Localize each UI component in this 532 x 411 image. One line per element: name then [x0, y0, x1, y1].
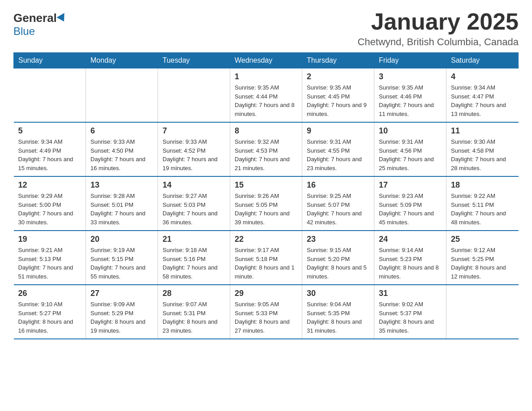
- day-info: Sunrise: 9:34 AM Sunset: 4:49 PM Dayligh…: [18, 137, 82, 172]
- calendar-day-cell: 4Sunrise: 9:34 AM Sunset: 4:47 PM Daylig…: [446, 68, 519, 123]
- day-info: Sunrise: 9:33 AM Sunset: 4:52 PM Dayligh…: [163, 137, 225, 172]
- calendar-day-cell: 25Sunrise: 9:12 AM Sunset: 5:25 PM Dayli…: [446, 231, 519, 285]
- calendar-day-cell: 9Sunrise: 9:31 AM Sunset: 4:55 PM Daylig…: [302, 122, 374, 176]
- calendar-week-row: 1Sunrise: 9:35 AM Sunset: 4:44 PM Daylig…: [14, 68, 519, 123]
- day-number: 2: [307, 72, 369, 81]
- day-of-week-header: Monday: [86, 53, 158, 68]
- day-of-week-header: Thursday: [302, 53, 374, 68]
- calendar-table: SundayMondayTuesdayWednesdayThursdayFrid…: [13, 52, 519, 339]
- page-header: General Blue January 2025 Chetwynd, Brit…: [13, 9, 519, 48]
- day-number: 3: [379, 72, 442, 81]
- day-number: 28: [163, 289, 225, 298]
- day-info: Sunrise: 9:02 AM Sunset: 5:37 PM Dayligh…: [379, 300, 442, 335]
- day-number: 26: [18, 289, 82, 298]
- calendar-day-cell: 17Sunrise: 9:23 AM Sunset: 5:09 PM Dayli…: [374, 176, 446, 231]
- day-number: 6: [90, 126, 153, 136]
- calendar-day-cell: 1Sunrise: 9:35 AM Sunset: 4:44 PM Daylig…: [230, 68, 302, 123]
- day-info: Sunrise: 9:07 AM Sunset: 5:31 PM Dayligh…: [163, 300, 225, 335]
- day-number: 16: [307, 180, 369, 190]
- day-number: 13: [90, 180, 153, 190]
- day-number: 29: [235, 289, 297, 298]
- day-number: 21: [163, 235, 225, 244]
- calendar-day-cell: 20Sunrise: 9:19 AM Sunset: 5:15 PM Dayli…: [86, 231, 158, 285]
- calendar-day-cell: 10Sunrise: 9:31 AM Sunset: 4:56 PM Dayli…: [374, 122, 446, 176]
- logo-general-text: General: [13, 11, 57, 25]
- calendar-day-cell: 27Sunrise: 9:09 AM Sunset: 5:29 PM Dayli…: [86, 285, 158, 339]
- day-of-week-header: Wednesday: [230, 53, 302, 68]
- calendar-day-cell: 5Sunrise: 9:34 AM Sunset: 4:49 PM Daylig…: [14, 122, 86, 176]
- day-info: Sunrise: 9:19 AM Sunset: 5:15 PM Dayligh…: [90, 246, 153, 281]
- day-number: 1: [235, 72, 297, 81]
- logo-blue-text: Blue: [13, 25, 35, 38]
- calendar-day-cell: 18Sunrise: 9:22 AM Sunset: 5:11 PM Dayli…: [446, 176, 519, 231]
- day-info: Sunrise: 9:05 AM Sunset: 5:33 PM Dayligh…: [235, 300, 297, 335]
- day-number: 14: [163, 180, 225, 190]
- calendar-header-row: SundayMondayTuesdayWednesdayThursdayFrid…: [14, 53, 519, 68]
- calendar-day-cell: [446, 285, 519, 339]
- calendar-day-cell: 8Sunrise: 9:32 AM Sunset: 4:53 PM Daylig…: [230, 122, 302, 176]
- day-number: 11: [451, 126, 514, 136]
- calendar-day-cell: [86, 68, 158, 123]
- calendar-day-cell: 2Sunrise: 9:35 AM Sunset: 4:45 PM Daylig…: [302, 68, 374, 123]
- logo-arrow-icon: [56, 13, 68, 24]
- day-of-week-header: Sunday: [14, 53, 86, 68]
- day-number: 22: [235, 235, 297, 244]
- day-info: Sunrise: 9:09 AM Sunset: 5:29 PM Dayligh…: [90, 300, 153, 335]
- day-number: 31: [379, 289, 442, 298]
- calendar-week-row: 26Sunrise: 9:10 AM Sunset: 5:27 PM Dayli…: [14, 285, 519, 339]
- calendar-day-cell: 29Sunrise: 9:05 AM Sunset: 5:33 PM Dayli…: [230, 285, 302, 339]
- calendar-day-cell: 23Sunrise: 9:15 AM Sunset: 5:20 PM Dayli…: [302, 231, 374, 285]
- day-info: Sunrise: 9:04 AM Sunset: 5:35 PM Dayligh…: [307, 300, 369, 335]
- day-info: Sunrise: 9:33 AM Sunset: 4:50 PM Dayligh…: [90, 137, 153, 172]
- day-info: Sunrise: 9:31 AM Sunset: 4:56 PM Dayligh…: [379, 137, 442, 172]
- day-info: Sunrise: 9:34 AM Sunset: 4:47 PM Dayligh…: [451, 83, 514, 118]
- calendar-day-cell: [158, 68, 230, 123]
- day-number: 20: [90, 235, 153, 244]
- calendar-day-cell: 13Sunrise: 9:28 AM Sunset: 5:01 PM Dayli…: [86, 176, 158, 231]
- day-info: Sunrise: 9:22 AM Sunset: 5:11 PM Dayligh…: [451, 192, 514, 227]
- day-number: 19: [18, 235, 82, 244]
- calendar-day-cell: 19Sunrise: 9:21 AM Sunset: 5:13 PM Dayli…: [14, 231, 86, 285]
- day-info: Sunrise: 9:35 AM Sunset: 4:45 PM Dayligh…: [307, 83, 369, 118]
- day-number: 10: [379, 126, 442, 136]
- day-info: Sunrise: 9:25 AM Sunset: 5:07 PM Dayligh…: [307, 192, 369, 227]
- day-number: 25: [451, 235, 514, 244]
- day-number: 4: [451, 72, 514, 81]
- day-number: 15: [235, 180, 297, 190]
- day-info: Sunrise: 9:26 AM Sunset: 5:05 PM Dayligh…: [235, 192, 297, 227]
- day-number: 24: [379, 235, 442, 244]
- calendar-day-cell: 21Sunrise: 9:18 AM Sunset: 5:16 PM Dayli…: [158, 231, 230, 285]
- day-of-week-header: Saturday: [446, 53, 519, 68]
- day-number: 12: [18, 180, 82, 190]
- day-info: Sunrise: 9:27 AM Sunset: 5:03 PM Dayligh…: [163, 192, 225, 227]
- calendar-week-row: 12Sunrise: 9:29 AM Sunset: 5:00 PM Dayli…: [14, 176, 519, 231]
- day-info: Sunrise: 9:12 AM Sunset: 5:25 PM Dayligh…: [451, 246, 514, 281]
- calendar-day-cell: 15Sunrise: 9:26 AM Sunset: 5:05 PM Dayli…: [230, 176, 302, 231]
- calendar-day-cell: 28Sunrise: 9:07 AM Sunset: 5:31 PM Dayli…: [158, 285, 230, 339]
- day-number: 5: [18, 126, 82, 136]
- day-number: 7: [163, 126, 225, 136]
- logo: General Blue: [13, 9, 68, 38]
- calendar-day-cell: 16Sunrise: 9:25 AM Sunset: 5:07 PM Dayli…: [302, 176, 374, 231]
- day-info: Sunrise: 9:28 AM Sunset: 5:01 PM Dayligh…: [90, 192, 153, 227]
- calendar-day-cell: 14Sunrise: 9:27 AM Sunset: 5:03 PM Dayli…: [158, 176, 230, 231]
- calendar-day-cell: 24Sunrise: 9:14 AM Sunset: 5:23 PM Dayli…: [374, 231, 446, 285]
- day-number: 9: [307, 126, 369, 136]
- day-info: Sunrise: 9:35 AM Sunset: 4:44 PM Dayligh…: [235, 83, 297, 118]
- day-info: Sunrise: 9:15 AM Sunset: 5:20 PM Dayligh…: [307, 246, 369, 281]
- day-info: Sunrise: 9:35 AM Sunset: 4:46 PM Dayligh…: [379, 83, 442, 118]
- day-of-week-header: Friday: [374, 53, 446, 68]
- calendar-day-cell: [14, 68, 86, 123]
- calendar-day-cell: 31Sunrise: 9:02 AM Sunset: 5:37 PM Dayli…: [374, 285, 446, 339]
- calendar-day-cell: 11Sunrise: 9:30 AM Sunset: 4:58 PM Dayli…: [446, 122, 519, 176]
- day-number: 27: [90, 289, 153, 298]
- calendar-subtitle: Chetwynd, British Columbia, Canada: [357, 36, 519, 48]
- day-info: Sunrise: 9:14 AM Sunset: 5:23 PM Dayligh…: [379, 246, 442, 281]
- title-area: January 2025 Chetwynd, British Columbia,…: [357, 9, 519, 48]
- calendar-title: January 2025: [357, 9, 519, 34]
- day-info: Sunrise: 9:18 AM Sunset: 5:16 PM Dayligh…: [163, 246, 225, 281]
- day-of-week-header: Tuesday: [158, 53, 230, 68]
- calendar-day-cell: 22Sunrise: 9:17 AM Sunset: 5:18 PM Dayli…: [230, 231, 302, 285]
- day-info: Sunrise: 9:21 AM Sunset: 5:13 PM Dayligh…: [18, 246, 82, 281]
- calendar-day-cell: 30Sunrise: 9:04 AM Sunset: 5:35 PM Dayli…: [302, 285, 374, 339]
